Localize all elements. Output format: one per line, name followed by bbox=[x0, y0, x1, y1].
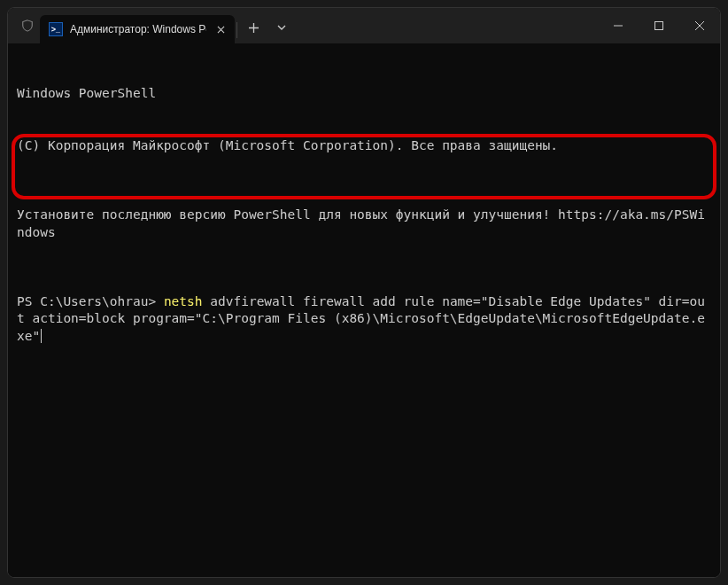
window-controls bbox=[598, 8, 720, 43]
output-line: (C) Корпорация Майкрософт (Microsoft Cor… bbox=[17, 137, 711, 155]
prompt-prefix: PS C:\Users\ohrau> bbox=[17, 294, 164, 308]
output-line: Windows PowerShell bbox=[17, 85, 711, 103]
new-tab-button[interactable] bbox=[239, 13, 267, 42]
maximize-button[interactable] bbox=[639, 8, 679, 43]
tab-dropdown-button[interactable] bbox=[267, 13, 296, 42]
tab-close-button[interactable] bbox=[213, 22, 228, 36]
command-line: PS C:\Users\ohrau> netsh advfirewall fir… bbox=[17, 293, 711, 346]
tab-divider bbox=[236, 22, 237, 38]
powershell-icon: >_ bbox=[49, 22, 63, 36]
output-line: Установите последнюю версию PowerShell д… bbox=[17, 207, 711, 241]
tab-powershell[interactable]: >_ Администратор: Windows Po bbox=[40, 15, 235, 43]
terminal-body[interactable]: Windows PowerShell (C) Корпорация Майкро… bbox=[8, 43, 720, 577]
text-cursor bbox=[41, 329, 42, 343]
admin-shield-icon bbox=[20, 19, 35, 33]
command-name: netsh bbox=[164, 294, 203, 308]
minimize-button[interactable] bbox=[598, 8, 639, 43]
titlebar: >_ Администратор: Windows Po bbox=[8, 8, 720, 43]
tab-title: Администратор: Windows Po bbox=[70, 23, 206, 35]
svg-rect-0 bbox=[655, 22, 663, 30]
terminal-window: >_ Администратор: Windows Po Win bbox=[7, 7, 721, 578]
close-button[interactable] bbox=[679, 8, 720, 43]
